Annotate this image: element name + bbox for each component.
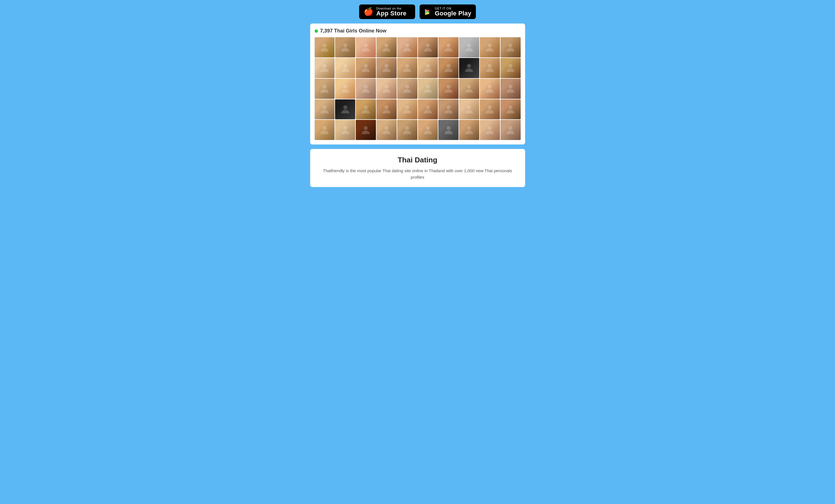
profile-photo-cell[interactable] [356,58,376,78]
profile-photo-cell[interactable] [418,37,438,57]
profile-photo-cell[interactable] [356,120,376,140]
svg-point-3 [385,43,389,47]
profile-photo-cell[interactable] [459,120,479,140]
svg-point-42 [364,126,368,130]
profile-photo-cell[interactable] [439,79,459,99]
profile-photo-cell[interactable] [397,99,418,120]
app-store-badge[interactable]: 🍎 Download on the App Store [359,4,415,19]
profile-photo-cell[interactable] [376,79,396,99]
svg-point-36 [446,105,450,109]
profile-photo-cell[interactable] [335,99,355,120]
profile-photo-cell[interactable] [480,58,500,78]
svg-point-7 [467,43,471,47]
profile-photo-cell[interactable] [356,79,376,99]
profile-photo-cell[interactable] [459,79,479,99]
profile-photo-cell[interactable] [439,37,459,57]
profile-photo-cell[interactable] [439,99,459,120]
svg-point-34 [405,105,409,109]
profile-photo-cell[interactable] [501,58,521,78]
svg-point-43 [385,126,389,130]
svg-point-46 [446,126,450,130]
content-description: Thaifriendly is the most popular Thai da… [319,168,516,180]
profile-photo-cell[interactable] [376,99,396,120]
profile-photo-cell[interactable] [501,37,521,57]
profile-photo-cell[interactable] [459,37,479,57]
svg-point-4 [405,43,409,47]
online-panel: 7,397 Thai Girls Online Now [310,23,525,144]
svg-point-31 [343,105,347,109]
profile-photo-cell[interactable] [356,99,376,120]
google-play-icon [424,7,432,16]
svg-point-15 [426,64,430,68]
svg-point-41 [343,126,347,130]
profile-photo-cell[interactable] [335,79,355,99]
svg-point-20 [323,84,326,88]
online-dot [314,29,318,33]
profile-photo-cell[interactable] [397,58,418,78]
profile-photo-cell[interactable] [501,120,521,140]
profile-photo-cell[interactable] [397,79,418,99]
profile-photo-cell[interactable] [459,99,479,120]
svg-point-12 [364,64,368,68]
svg-point-38 [488,105,492,109]
online-count-label: 7,397 Thai Girls Online Now [320,28,387,34]
googleplay-main-label: Google Play [435,10,471,17]
svg-point-39 [508,105,512,109]
profile-photo-cell[interactable] [314,58,335,78]
svg-point-9 [508,43,512,47]
profile-photo-cell[interactable] [314,37,335,57]
profile-photo-cell[interactable] [376,58,396,78]
profile-photo-cell[interactable] [397,120,418,140]
profile-photo-cell[interactable] [314,99,335,120]
profile-photo-cell[interactable] [480,79,500,99]
svg-point-13 [385,64,389,68]
profile-photo-cell[interactable] [480,120,500,140]
profile-photo-cell[interactable] [418,120,438,140]
profile-photo-cell[interactable] [459,58,479,78]
svg-point-44 [405,126,409,130]
profile-photo-cell[interactable] [439,120,459,140]
header: 🍎 Download on the App Store GET IT ON Go… [0,0,835,23]
profile-photo-cell[interactable] [376,120,396,140]
svg-point-40 [323,126,326,130]
svg-point-14 [405,64,409,68]
svg-point-33 [385,105,389,109]
profile-photo-cell[interactable] [335,37,355,57]
profile-photo-cell[interactable] [314,120,335,140]
apple-icon: 🍎 [364,8,373,16]
svg-point-6 [446,43,450,47]
profile-photo-cell[interactable] [439,58,459,78]
appstore-main-label: App Store [376,10,406,17]
profile-photo-cell[interactable] [376,37,396,57]
svg-point-32 [364,105,368,109]
svg-point-24 [405,84,409,88]
profile-photo-cell[interactable] [397,37,418,57]
svg-point-30 [323,105,326,109]
google-play-badge[interactable]: GET IT ON Google Play [420,4,475,19]
svg-point-1 [343,43,347,47]
svg-point-35 [426,105,430,109]
svg-point-21 [343,84,347,88]
profile-photo-cell[interactable] [356,37,376,57]
profile-photo-cell[interactable] [335,58,355,78]
svg-point-48 [488,126,492,130]
svg-point-29 [508,84,512,88]
svg-point-45 [426,126,430,130]
svg-point-49 [508,126,512,130]
photo-grid [314,37,521,140]
svg-point-17 [467,64,471,68]
profile-photo-cell[interactable] [501,99,521,120]
profile-photo-cell[interactable] [480,99,500,120]
svg-point-22 [364,84,368,88]
profile-photo-cell[interactable] [418,79,438,99]
profile-photo-cell[interactable] [501,79,521,99]
content-panel: Thai Dating Thaifriendly is the most pop… [310,149,525,187]
content-title: Thai Dating [319,156,516,164]
profile-photo-cell[interactable] [314,79,335,99]
profile-photo-cell[interactable] [418,58,438,78]
profile-photo-cell[interactable] [335,120,355,140]
svg-point-25 [426,84,430,88]
profile-photo-cell[interactable] [480,37,500,57]
svg-point-2 [364,43,368,47]
profile-photo-cell[interactable] [418,99,438,120]
